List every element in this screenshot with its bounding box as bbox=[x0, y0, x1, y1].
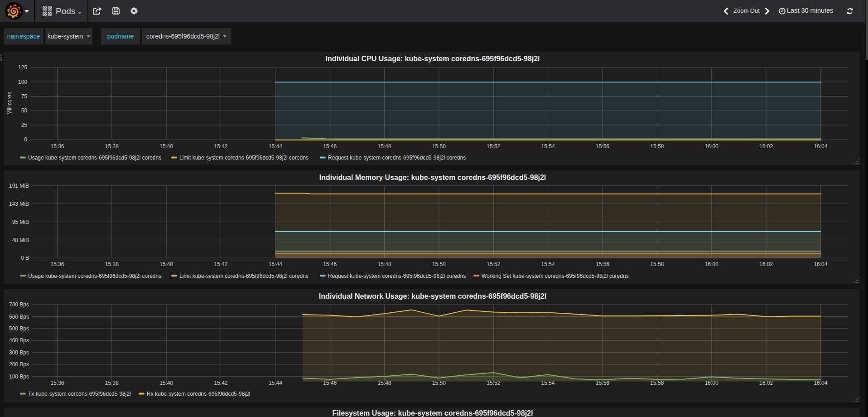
svg-text:Request kube-system coredns-69: Request kube-system coredns-695f96dcd5-9… bbox=[328, 155, 466, 161]
svg-text:15:50: 15:50 bbox=[432, 143, 446, 150]
svg-text:100: 100 bbox=[18, 79, 27, 85]
svg-text:16:04: 16:04 bbox=[814, 261, 827, 267]
svg-text:Request kube-system coredns-69: Request kube-system coredns-695f96dcd5-9… bbox=[328, 273, 466, 279]
svg-text:15:48: 15:48 bbox=[378, 143, 391, 150]
svg-text:Usage kube-system coredns-695f: Usage kube-system coredns-695f96dcd5-98j… bbox=[28, 155, 161, 161]
svg-text:Individual CPU Usage: kube-sys: Individual CPU Usage: kube-system coredn… bbox=[325, 55, 540, 63]
svg-text:15:36: 15:36 bbox=[50, 380, 64, 386]
svg-text:15:54: 15:54 bbox=[541, 143, 555, 150]
svg-text:15:52: 15:52 bbox=[487, 143, 500, 150]
svg-text:15:42: 15:42 bbox=[214, 261, 227, 267]
svg-text:15:44: 15:44 bbox=[269, 261, 282, 267]
svg-text:Individual Memory Usage: kube-: Individual Memory Usage: kube-system cor… bbox=[319, 174, 546, 181]
svg-text:15:44: 15:44 bbox=[269, 143, 282, 150]
svg-text:Individual Network Usage: kube: Individual Network Usage: kube-system co… bbox=[319, 292, 546, 300]
svg-text:600 Bps: 600 Bps bbox=[9, 314, 29, 320]
svg-text:Tx kube-system coredns-695f96d: Tx kube-system coredns-695f96dcd5-98j2l bbox=[28, 391, 131, 397]
svg-text:15:38: 15:38 bbox=[105, 380, 119, 386]
svg-text:15:56: 15:56 bbox=[596, 261, 609, 267]
svg-text:15:58: 15:58 bbox=[650, 261, 664, 267]
svg-text:15:38: 15:38 bbox=[105, 143, 119, 150]
svg-text:300 Bps: 300 Bps bbox=[9, 349, 29, 356]
svg-text:200 Bps: 200 Bps bbox=[9, 361, 29, 368]
svg-text:15:40: 15:40 bbox=[159, 143, 173, 150]
svg-text:15:40: 15:40 bbox=[159, 261, 173, 267]
svg-text:16:00: 16:00 bbox=[705, 261, 719, 267]
svg-text:15:54: 15:54 bbox=[541, 261, 555, 267]
svg-text:48 MiB: 48 MiB bbox=[12, 237, 29, 243]
svg-text:15:46: 15:46 bbox=[323, 143, 337, 150]
svg-text:15:56: 15:56 bbox=[596, 143, 609, 150]
svg-text:15:36: 15:36 bbox=[50, 261, 64, 267]
svg-text:Working Set kube-system coredn: Working Set kube-system coredns-695f96dc… bbox=[482, 273, 629, 279]
svg-text:15:42: 15:42 bbox=[214, 143, 227, 150]
svg-text:125: 125 bbox=[18, 64, 27, 71]
svg-text:16:00: 16:00 bbox=[705, 143, 719, 150]
svg-text:143 MiB: 143 MiB bbox=[9, 201, 29, 207]
svg-text:50: 50 bbox=[21, 107, 28, 114]
svg-text:15:40: 15:40 bbox=[159, 380, 173, 386]
svg-text:Millicores: Millicores bbox=[6, 92, 13, 115]
svg-text:15:46: 15:46 bbox=[323, 261, 337, 267]
svg-text:15:38: 15:38 bbox=[105, 261, 119, 267]
svg-text:Rx kube-system coredns-695f96d: Rx kube-system coredns-695f96dcd5-98j2l bbox=[147, 391, 250, 397]
svg-text:Limit kube-system coredns-695f: Limit kube-system coredns-695f96dcd5-98j… bbox=[179, 155, 309, 161]
svg-text:Limit kube-system coredns-695f: Limit kube-system coredns-695f96dcd5-98j… bbox=[179, 273, 309, 279]
svg-text:Filesystem Usage: kube-system: Filesystem Usage: kube-system coredns-69… bbox=[333, 409, 533, 417]
svg-text:400 Bps: 400 Bps bbox=[9, 337, 29, 344]
svg-text:95 MiB: 95 MiB bbox=[12, 219, 29, 225]
svg-text:15:44: 15:44 bbox=[269, 380, 282, 386]
svg-text:15:36: 15:36 bbox=[50, 143, 64, 150]
svg-text:16:04: 16:04 bbox=[814, 143, 827, 150]
svg-text:15:52: 15:52 bbox=[487, 261, 500, 267]
svg-text:700 Bps: 700 Bps bbox=[9, 301, 29, 308]
svg-text:Usage kube-system coredns-695f: Usage kube-system coredns-695f96dcd5-98j… bbox=[28, 273, 161, 279]
svg-text:16:02: 16:02 bbox=[759, 261, 773, 267]
svg-text:16:02: 16:02 bbox=[759, 143, 773, 150]
svg-text:25: 25 bbox=[21, 122, 28, 128]
svg-text:100 Bps: 100 Bps bbox=[9, 373, 29, 380]
svg-text:0: 0 bbox=[24, 136, 27, 143]
svg-text:15:58: 15:58 bbox=[650, 143, 664, 150]
svg-text:0 B: 0 B bbox=[21, 255, 29, 261]
svg-text:15:50: 15:50 bbox=[432, 261, 446, 267]
svg-text:500 Bps: 500 Bps bbox=[9, 325, 29, 332]
svg-text:191 MiB: 191 MiB bbox=[9, 183, 29, 189]
svg-text:15:48: 15:48 bbox=[378, 261, 391, 267]
svg-text:15:42: 15:42 bbox=[214, 380, 227, 386]
svg-text:75: 75 bbox=[21, 93, 28, 100]
